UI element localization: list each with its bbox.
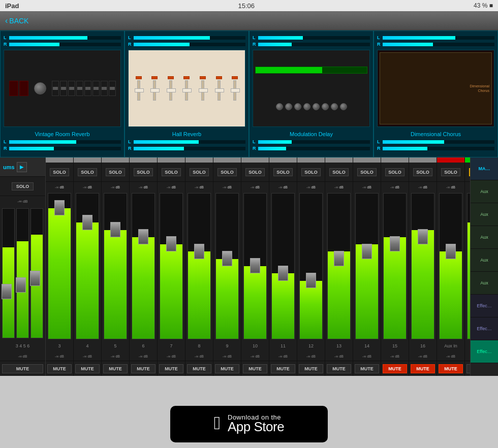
sidebar-btn-0[interactable]: MA…	[471, 157, 498, 180]
channel-num-row: 13	[325, 340, 353, 351]
channel-number: 13	[336, 343, 341, 348]
status-ipad: iPad	[5, 2, 19, 10]
mute-btn[interactable]: MUTE	[439, 364, 463, 373]
channel-num-row: 12	[297, 340, 325, 351]
solo-btn[interactable]: SOLO	[217, 168, 237, 176]
sidebar-btn-4[interactable]: Aux	[471, 249, 498, 272]
status-battery: 43 % ■	[474, 2, 493, 9]
fader-area	[241, 192, 269, 340]
fader-handle[interactable]	[334, 251, 344, 266]
left-mute-btn[interactable]: MUTE	[2, 364, 43, 373]
mute-row: MUTE	[213, 361, 241, 376]
fader-handle[interactable]	[54, 200, 65, 215]
meter-row-top: L R	[128, 35, 245, 47]
effect-device-dc[interactable]: Dimensional Chorus	[377, 50, 494, 127]
solo-row: SOLO	[409, 163, 437, 182]
mute-btn[interactable]: MUTE	[75, 364, 100, 373]
fader-area	[297, 192, 325, 340]
left-solo-btn[interactable]: SOLO	[12, 182, 34, 190]
effect-slot-md[interactable]: L R Modulation Delay L	[249, 30, 374, 157]
fader-handle[interactable]	[82, 215, 92, 230]
fader-area	[213, 192, 241, 340]
effect-device-vrr[interactable]	[4, 50, 121, 127]
mute-btn[interactable]: MUTE	[271, 364, 296, 373]
mute-btn[interactable]: MUTE	[299, 364, 324, 373]
mute-btn[interactable]: MUTE	[243, 364, 268, 373]
channel-num-row: 14	[353, 340, 381, 351]
sidebar-btn-6[interactable]: Effec…	[471, 295, 498, 317]
solo-btn[interactable]: SOLO	[50, 168, 69, 176]
solo-btn[interactable]: SOLO	[357, 168, 377, 176]
solo-btn[interactable]: SOLO	[301, 168, 321, 176]
fader-handle[interactable]	[418, 229, 428, 244]
solo-btn[interactable]: SOLO	[441, 168, 460, 176]
fader-area	[381, 192, 409, 340]
sidebar-btn-3[interactable]: Aux	[471, 226, 498, 249]
fader-handle[interactable]	[110, 222, 120, 237]
mute-btn[interactable]: MUTE	[187, 364, 212, 373]
effect-device-hr[interactable]	[128, 50, 245, 127]
solo-btn[interactable]: SOLO	[134, 168, 153, 176]
sidebar-btn-8[interactable]: Effec…	[471, 340, 498, 363]
fader-handle[interactable]	[278, 266, 288, 281]
db-bottom-row: -∞ dB	[213, 351, 241, 361]
effect-device-md[interactable]	[253, 50, 370, 127]
fader-handle[interactable]	[446, 244, 456, 259]
fader-handle[interactable]	[250, 258, 260, 273]
solo-btn[interactable]: SOLO	[273, 168, 293, 176]
mute-btn[interactable]: MUTE	[103, 364, 128, 373]
fader-knob[interactable]	[30, 271, 40, 286]
mute-row: MUTE	[241, 361, 269, 376]
back-button[interactable]: ‹ BACK	[5, 16, 28, 25]
solo-btn[interactable]: SOLO	[190, 168, 209, 176]
md-device	[253, 50, 369, 126]
effect-slot-dc[interactable]: L R Dimensional Chorus Dimensional Choru…	[374, 30, 498, 157]
solo-btn[interactable]: SOLO	[106, 168, 125, 176]
fader-handle[interactable]	[222, 251, 232, 266]
mute-btn[interactable]: MUTE	[215, 364, 240, 373]
mute-btn[interactable]: MUTE	[383, 364, 408, 373]
play-button[interactable]: ▶	[17, 162, 27, 172]
mixer-left-panel: ums ▶ SOLO -∞ dB	[0, 157, 46, 376]
sidebar-btn-1[interactable]: Aux	[471, 180, 498, 203]
fader-knob[interactable]	[2, 284, 12, 299]
mute-btn[interactable]: MUTE	[159, 364, 184, 373]
fader-knob[interactable]	[16, 277, 26, 293]
fader-handle[interactable]	[362, 244, 372, 259]
solo-row: SOLO	[437, 163, 464, 182]
solo-btn[interactable]: SOLO	[413, 168, 432, 176]
mute-btn[interactable]: MUTE	[131, 364, 156, 373]
sidebar-btn-7[interactable]: Effec…	[471, 317, 498, 340]
appstore-badge[interactable]:  Download on the App Store	[170, 406, 328, 442]
effect-slot-hr[interactable]: L R	[124, 30, 249, 157]
solo-btn[interactable]: SOLO	[162, 168, 181, 176]
color-strip	[381, 157, 409, 163]
mute-btn[interactable]: MUTE	[47, 364, 72, 373]
mute-btn[interactable]: MUTE	[355, 364, 380, 373]
fader-handle[interactable]	[390, 236, 400, 251]
solo-row: SOLO	[241, 163, 269, 182]
sidebar-btn-2[interactable]: Aux	[471, 203, 498, 226]
mixer-channel: SOLO -∞ dB 16 -∞ dB MUTE	[409, 157, 437, 376]
solo-btn[interactable]: SOLO	[78, 168, 97, 176]
solo-btn[interactable]: SOLO	[385, 168, 404, 176]
mixer-right-sidebar: MA…AuxAuxAuxAuxAuxEffec…Effec…Effec…	[470, 157, 498, 376]
fader-handle[interactable]	[194, 244, 204, 259]
solo-btn[interactable]: SOLO	[245, 168, 265, 176]
fader-handle[interactable]	[166, 236, 176, 251]
db-row: -∞ dB	[185, 182, 213, 192]
mute-btn[interactable]: MUTE	[327, 364, 352, 373]
mute-btn[interactable]: MUTE	[466, 364, 470, 373]
fader-handle[interactable]	[306, 273, 316, 288]
mute-btn[interactable]: MUTE	[411, 364, 435, 373]
effect-slot-vrr[interactable]: L R Vintage Room Reverb L	[0, 30, 124, 157]
vrr-knob[interactable]	[34, 82, 46, 94]
db-row: -∞ dB	[353, 182, 381, 192]
solo-btn[interactable]: SOLO	[329, 168, 349, 176]
db-row: -∞ dB	[158, 182, 185, 192]
channel-num-row: Aux In	[437, 340, 464, 351]
db-bottom-row: -∞ dB	[353, 351, 381, 361]
fader-handle[interactable]	[138, 229, 148, 244]
fader-area	[130, 192, 157, 340]
sidebar-btn-5[interactable]: Aux	[471, 272, 498, 295]
